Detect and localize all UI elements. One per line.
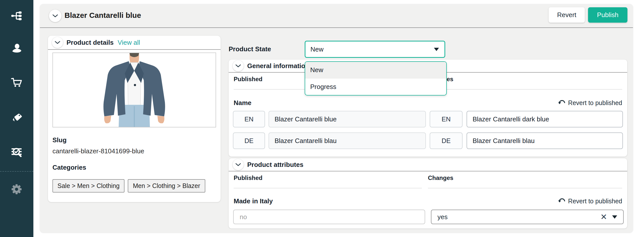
settings-gear-icon[interactable] bbox=[11, 183, 23, 195]
category-chip[interactable]: Men > Clothing > Blazer bbox=[128, 179, 205, 193]
revert-button[interactable]: Revert bbox=[549, 7, 585, 23]
categories-list: Sale > Men > Clothing Men > Clothing > B… bbox=[52, 179, 205, 193]
revert-to-published-link[interactable]: Revert to published bbox=[558, 99, 622, 107]
category-chip[interactable]: Sale > Men > Clothing bbox=[52, 179, 124, 193]
blazer-photo-illustration bbox=[59, 53, 209, 127]
locale-chip: EN bbox=[233, 111, 265, 127]
dropdown-option-progress[interactable]: Progress bbox=[305, 78, 446, 95]
page-title: Blazer Cantarelli blue bbox=[65, 11, 141, 20]
sidebar bbox=[0, 0, 33, 237]
general-information-title: General information bbox=[247, 62, 309, 70]
changes-name-de-input[interactable]: Blazer Cantarelli blau bbox=[467, 132, 623, 149]
dropdown-option-new[interactable]: New bbox=[305, 62, 446, 78]
products-tags-icon[interactable] bbox=[11, 112, 23, 124]
product-review-search-icon[interactable] bbox=[11, 146, 23, 158]
product-state-value: New bbox=[310, 45, 434, 53]
name-row-de: DE Blazer Cantarelli blau DE Blazer Cant… bbox=[233, 132, 623, 149]
changes-column-header: Changes bbox=[428, 76, 622, 89]
locale-chip: DE bbox=[430, 132, 463, 149]
made-in-italy-inputs: no yes ✕ bbox=[233, 210, 624, 224]
locale-chip: DE bbox=[233, 132, 265, 149]
chevron-down-icon bbox=[55, 41, 60, 44]
changes-made-in-italy-select[interactable]: yes ✕ bbox=[431, 210, 624, 224]
changes-name-en-input[interactable]: Blazer Cantarelli dark blue bbox=[467, 111, 623, 127]
slug-label: Slug bbox=[52, 136, 67, 144]
product-details-header: Product details View all bbox=[48, 36, 221, 50]
product-image bbox=[52, 53, 216, 127]
general-information-collapse-button[interactable] bbox=[233, 60, 244, 71]
product-state-select[interactable]: New bbox=[305, 41, 445, 58]
revert-to-published-link[interactable]: Revert to published bbox=[558, 198, 622, 205]
undo-arrow-icon bbox=[558, 198, 566, 204]
product-details-panel: Product details View all bbox=[48, 36, 221, 202]
product-state-dropdown: New Progress bbox=[305, 61, 447, 96]
undo-arrow-icon bbox=[558, 100, 566, 106]
right-column: Product State New New Progress General i… bbox=[229, 36, 627, 229]
changes-column-header: Changes bbox=[428, 174, 622, 188]
categories-label: Categories bbox=[52, 164, 86, 171]
name-field-row: Name Revert to published bbox=[234, 97, 622, 108]
categories-tree-icon[interactable] bbox=[11, 10, 23, 22]
made-in-italy-value: yes bbox=[437, 213, 600, 221]
publish-button[interactable]: Publish bbox=[588, 7, 627, 23]
orders-cart-icon[interactable] bbox=[11, 76, 23, 88]
made-in-italy-label: Made in Italy bbox=[234, 197, 273, 205]
name-row-en: EN Blazer Cantarelli blue EN Blazer Cant… bbox=[233, 111, 623, 127]
sidebar-divider bbox=[0, 171, 33, 172]
product-details-collapse-button[interactable] bbox=[52, 37, 63, 48]
name-field-label: Name bbox=[234, 99, 251, 107]
product-details-title: Product details bbox=[67, 39, 114, 46]
published-made-in-italy-input: no bbox=[233, 210, 425, 224]
caret-down-icon bbox=[612, 215, 617, 219]
page-collapse-button[interactable] bbox=[49, 10, 61, 22]
published-name-de-input: Blazer Cantarelli blau bbox=[269, 132, 426, 149]
page-header: Blazer Cantarelli blue Revert Publish bbox=[40, 4, 633, 28]
product-attributes-section: Product attributes Published Changes Mad… bbox=[229, 158, 627, 228]
caret-down-icon bbox=[434, 48, 439, 51]
made-in-italy-row: Made in Italy Revert to published bbox=[234, 196, 622, 207]
locale-chip: EN bbox=[430, 111, 463, 127]
chevron-down-icon bbox=[235, 64, 241, 67]
product-attributes-collapse-button[interactable] bbox=[233, 159, 244, 170]
published-name-en-input: Blazer Cantarelli blue bbox=[269, 111, 426, 127]
product-attributes-title: Product attributes bbox=[247, 161, 303, 169]
customers-icon[interactable] bbox=[11, 42, 23, 55]
product-attributes-header: Product attributes bbox=[229, 158, 627, 171]
view-all-link[interactable]: View all bbox=[118, 39, 140, 46]
app-window: Blazer Cantarelli blue Revert Publish Pr… bbox=[0, 0, 644, 237]
product-detail-page: Blazer Cantarelli blue Revert Publish Pr… bbox=[40, 4, 633, 232]
chevron-down-icon bbox=[235, 163, 241, 166]
localized-name-grid: EN Blazer Cantarelli blue EN Blazer Cant… bbox=[233, 111, 623, 154]
slug-value: cantarelli-blazer-81041699-blue bbox=[52, 147, 144, 155]
published-column-header: Published bbox=[234, 174, 422, 188]
clear-value-icon[interactable]: ✕ bbox=[600, 212, 607, 222]
chevron-down-icon bbox=[52, 14, 58, 17]
product-state-label: Product State bbox=[229, 45, 271, 53]
